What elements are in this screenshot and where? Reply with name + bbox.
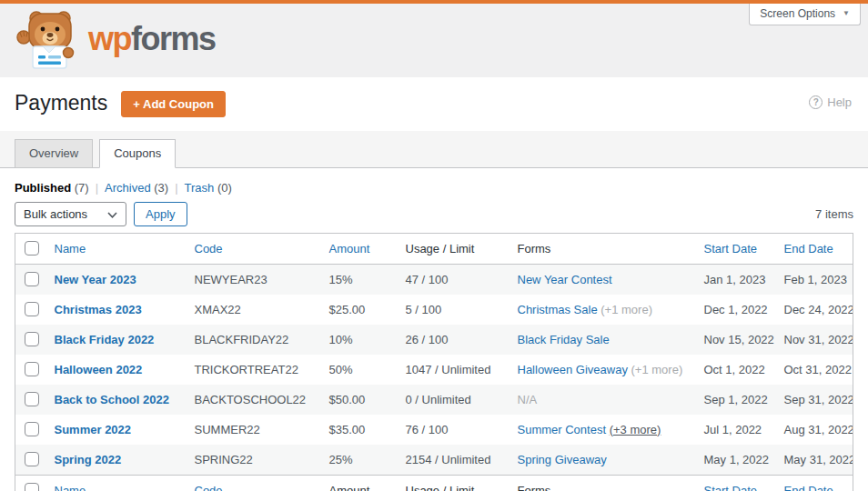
column-header-name: Name: [45, 234, 186, 265]
coupon-name-link[interactable]: New Year 2023: [55, 273, 136, 286]
code-cell: SUMMER22: [186, 415, 320, 445]
code-cell: SPRING22: [186, 445, 320, 476]
end-date-cell: Feb 1, 2023: [775, 265, 853, 296]
coupon-name-link[interactable]: Back to School 2022: [55, 393, 169, 406]
view-separator: |: [175, 181, 177, 195]
coupon-name-link[interactable]: Christmas 2023: [55, 303, 142, 316]
start-date-cell: May 1, 2022: [695, 445, 775, 476]
view-filters: Published (7)|Archived (3)|Trash (0): [15, 181, 853, 195]
coupon-name-link[interactable]: Spring 2022: [55, 453, 122, 466]
wpforms-bear-icon: [15, 9, 80, 72]
view-separator: |: [96, 181, 98, 195]
table-row: Halloween 2022TRICKORTREAT2250%1047 / Un…: [15, 355, 853, 385]
forms-cell: Christmas Sale (+1 more): [509, 295, 695, 325]
select-all-checkbox[interactable]: [25, 483, 39, 491]
sort-link-end-date[interactable]: End Date: [784, 242, 833, 256]
code-cell: XMAX22: [186, 295, 320, 325]
column-header-end-date: End Date: [775, 234, 853, 265]
sort-link-start-date[interactable]: Start Date: [704, 242, 758, 256]
forms-cell: Black Friday Sale: [509, 325, 695, 355]
wpforms-wordmark: wpforms: [88, 23, 216, 59]
help-link[interactable]: ? Help: [809, 95, 852, 109]
coupons-table: NameCodeAmountUsage / LimitFormsStart Da…: [15, 233, 853, 491]
sort-link-start-date[interactable]: Start Date: [704, 484, 758, 491]
table-row: Christmas 2023XMAX22$25.005 / 100Christm…: [15, 295, 853, 325]
usage-cell: 76 / 100: [397, 415, 509, 445]
form-link[interactable]: Christmas Sale: [518, 303, 598, 316]
view-archived-label: Archived: [105, 181, 151, 195]
view-trash-count: (0): [217, 181, 232, 195]
sort-link-code[interactable]: Code: [195, 242, 223, 256]
amount-cell: $35.00: [320, 415, 397, 445]
form-link[interactable]: Halloween Giveaway: [518, 363, 628, 376]
usage-cell: 26 / 100: [397, 325, 509, 355]
view-archived-count: (3): [154, 181, 168, 195]
start-date-cell: Sep 1, 2022: [695, 385, 775, 415]
column-header-forms: Forms: [509, 476, 695, 491]
row-checkbox[interactable]: [25, 362, 39, 376]
end-date-cell: May 31, 2022: [775, 445, 853, 476]
row-checkbox[interactable]: [25, 272, 39, 286]
table-row: Black Friday 2022BLACKFRIDAY2210%26 / 10…: [15, 325, 853, 355]
tab-coupons[interactable]: Coupons: [99, 139, 176, 168]
apply-button[interactable]: Apply: [134, 202, 187, 226]
sort-link-amount[interactable]: Amount: [329, 242, 370, 256]
tab-overview[interactable]: Overview: [15, 139, 93, 168]
chevron-down-icon: [107, 207, 117, 221]
form-link[interactable]: Black Friday Sale: [518, 333, 610, 346]
bulk-actions-select[interactable]: Bulk actions: [15, 202, 126, 226]
amount-cell: 10%: [320, 325, 397, 355]
column-label-amount: Amount: [329, 484, 370, 491]
view-published[interactable]: Published (7): [15, 181, 89, 195]
view-published-count: (7): [75, 181, 89, 195]
form-link[interactable]: Spring Giveaway: [518, 453, 607, 466]
row-checkbox[interactable]: [25, 422, 39, 436]
table-row: Back to School 2022BACKTOSCHOOL22$50.000…: [15, 385, 853, 415]
name-cell: Black Friday 2022: [45, 325, 186, 355]
page-head: Payments + Add Coupon ? Help: [0, 77, 868, 118]
end-date-cell: Dec 24, 2022: [775, 295, 853, 325]
screen-options-button[interactable]: Screen Options ▼: [749, 4, 861, 25]
form-link[interactable]: New Year Contest: [518, 273, 612, 286]
sort-link-name[interactable]: Name: [55, 484, 86, 491]
sort-link-name[interactable]: Name: [55, 242, 86, 256]
name-cell: Christmas 2023: [45, 295, 186, 325]
name-cell: Back to School 2022: [45, 385, 186, 415]
usage-cell: 0 / Unlimited: [397, 385, 509, 415]
row-checkbox[interactable]: [25, 452, 39, 466]
coupons-table-body: New Year 2023NEWYEAR2315%47 / 100New Yea…: [15, 265, 853, 476]
table-header-row: NameCodeAmountUsage / LimitFormsStart Da…: [15, 234, 853, 265]
row-checkbox[interactable]: [25, 332, 39, 346]
start-date-cell: Jan 1, 2023: [695, 265, 775, 296]
coupon-name-link[interactable]: Summer 2022: [55, 423, 132, 436]
coupon-name-link[interactable]: Black Friday 2022: [55, 333, 155, 346]
caret-down-icon: ▼: [843, 10, 850, 17]
name-cell: Summer 2022: [45, 415, 186, 445]
start-date-cell: Oct 1, 2022: [695, 355, 775, 385]
column-label-usage-limit: Usage / Limit: [406, 484, 475, 491]
sort-link-code[interactable]: Code: [195, 484, 223, 491]
view-trash-label: Trash: [185, 181, 215, 195]
view-archived[interactable]: Archived: [105, 181, 151, 195]
add-coupon-button[interactable]: + Add Coupon: [121, 91, 226, 117]
forms-more-link[interactable]: (+3 more): [610, 423, 661, 436]
view-trash[interactable]: Trash: [185, 181, 215, 195]
help-label: Help: [827, 95, 852, 109]
form-link[interactable]: Summer Contest: [518, 423, 607, 436]
row-checkbox[interactable]: [25, 392, 39, 406]
column-label-usage-limit: Usage / Limit: [406, 242, 475, 256]
forms-cell: N/A: [509, 385, 695, 415]
table-row: New Year 2023NEWYEAR2315%47 / 100New Yea…: [15, 265, 853, 296]
top-toolbar: Bulk actions Apply 7 items: [15, 200, 853, 227]
code-cell: BACKTOSCHOOL22: [186, 385, 320, 415]
end-date-cell: Sep 31, 2022: [775, 385, 853, 415]
sort-link-end-date[interactable]: End Date: [784, 484, 833, 491]
coupon-name-link[interactable]: Halloween 2022: [55, 363, 143, 376]
usage-cell: 47 / 100: [397, 265, 509, 296]
select-all-checkbox[interactable]: [25, 241, 39, 256]
row-checkbox[interactable]: [25, 302, 39, 316]
column-header-amount: Amount: [320, 476, 397, 491]
code-cell: BLACKFRIDAY22: [186, 325, 320, 355]
column-header-name: Name: [45, 476, 186, 491]
column-header-start-date: Start Date: [695, 234, 775, 265]
